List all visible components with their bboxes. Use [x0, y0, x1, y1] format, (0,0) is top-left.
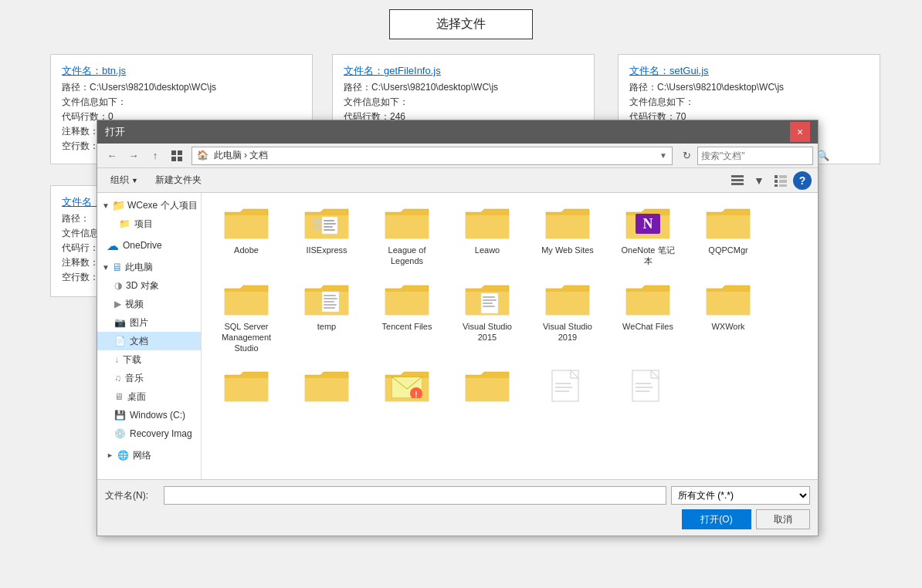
folder-iisexpress-label: IISExpress	[306, 245, 347, 255]
sidebar-item-wcexe[interactable]: ▼ 📁 WCexe 个人项目	[97, 196, 201, 215]
sidebar-item-music[interactable]: ♫ 音乐	[97, 369, 201, 387]
dialog-titlebar: 打开 ×	[97, 120, 818, 144]
view-list-button[interactable]	[728, 171, 747, 190]
files-area[interactable]: Adobe	[202, 193, 818, 479]
thispc-label: 此电脑	[125, 261, 153, 274]
folder-vs2015[interactable]: Visual Studio2015	[449, 275, 526, 360]
search-input[interactable]	[701, 150, 817, 161]
sidebar-item-recovery[interactable]: 💿 Recovery Imag	[97, 424, 201, 443]
sidebar-item-3d[interactable]: ◑ 3D 对象	[97, 276, 201, 295]
back-button[interactable]: ←	[102, 147, 122, 165]
folder-iisexpress[interactable]: IISExpress	[288, 199, 365, 272]
desktop-label: 桌面	[127, 390, 146, 404]
folder-temp-label: temp	[317, 321, 336, 332]
sidebar-item-docs[interactable]: 📄 文档	[97, 332, 201, 350]
organize-button[interactable]: 组织 ▼	[103, 171, 145, 190]
folder-wxwork[interactable]: WXWork	[690, 275, 767, 360]
folder-onenote[interactable]: N OneNote 笔记本	[609, 199, 686, 272]
view-toggle-button[interactable]	[167, 147, 187, 165]
sidebar-item-downloads[interactable]: ↓ 下载	[97, 350, 201, 369]
folder-partial-3[interactable]	[449, 362, 526, 413]
filetype-select[interactable]: 所有文件 (*.*)	[671, 486, 810, 505]
svg-rect-20	[324, 226, 333, 228]
view-detail-button[interactable]	[771, 171, 790, 190]
sidebar-item-network[interactable]: ► 🌐 网络	[97, 446, 201, 465]
address-bar: 🏠 此电脑 › 文档 ▼	[192, 147, 673, 165]
desktop-icon: 🖥	[114, 391, 124, 402]
forward-button[interactable]: →	[124, 147, 144, 165]
folder-partial-1[interactable]	[208, 362, 285, 413]
sidebar-item-images[interactable]: 📷 图片	[97, 313, 201, 332]
svg-rect-31	[483, 302, 493, 304]
sidebar-item-winc[interactable]: 💾 Windows (C:)	[97, 406, 201, 424]
folder-partial-2[interactable]	[288, 362, 365, 413]
recovery-icon: 💿	[114, 428, 126, 439]
network-icon: 🌐	[117, 450, 129, 461]
dialog-cancel-button[interactable]: 取消	[756, 509, 810, 529]
svg-rect-17	[322, 217, 337, 234]
folder-ssms[interactable]: SQL ServerManagementStudio	[208, 275, 285, 360]
search-box[interactable]: 🔍	[697, 147, 813, 165]
sidebar-item-video[interactable]: ▶ 视频	[97, 295, 201, 313]
file-dialog: 打开 × ← → ↑ 🏠 此电脑 › 文档 ▼ ↻ 🔍	[97, 120, 819, 536]
new-folder-button[interactable]: 新建文件夹	[148, 171, 208, 190]
folder-vs2015-label: Visual Studio2015	[463, 321, 512, 343]
view-dropdown-button[interactable]: ▼	[750, 171, 768, 190]
svg-rect-26	[324, 304, 337, 306]
search-icon: 🔍	[817, 150, 829, 161]
network-expand-icon: ►	[107, 451, 114, 459]
svg-rect-8	[775, 180, 778, 183]
sidebar: ▼ 📁 WCexe 个人项目 📁 项目 ☁ OneDrive ▼ 🖥	[97, 193, 202, 479]
svg-rect-4	[731, 175, 744, 177]
folder-temp[interactable]: temp	[288, 275, 365, 360]
file-partial-2[interactable]	[609, 362, 686, 413]
svg-rect-47	[636, 387, 653, 388]
music-icon: ♫	[114, 373, 121, 384]
wcexe-label: WCexe 个人项目	[127, 199, 198, 212]
svg-rect-48	[636, 390, 649, 392]
sidebar-item-onedrive[interactable]: ☁ OneDrive	[97, 236, 201, 255]
wcexe-folder-icon: 📁	[112, 199, 125, 211]
folder-lol[interactable]: League ofLegends	[368, 199, 446, 272]
music-label: 音乐	[125, 372, 144, 385]
svg-rect-41	[555, 387, 572, 388]
address-dropdown-icon: ▼	[659, 151, 667, 160]
svg-rect-27	[324, 307, 335, 309]
svg-rect-29	[483, 296, 495, 298]
folder-adobe[interactable]: Adobe	[208, 199, 285, 272]
downloads-icon: ↓	[114, 354, 119, 365]
folder-qqpcmgr-label: QQPCMgr	[708, 245, 747, 255]
file-partial-1[interactable]	[529, 362, 606, 413]
folder-mywebsites-label: My Web Sites	[541, 245, 594, 255]
onedrive-icon: ☁	[107, 238, 119, 253]
folder-vs2019[interactable]: Visual Studio2019	[529, 275, 606, 360]
help-button[interactable]: ?	[793, 171, 812, 190]
folder-qqpcmgr[interactable]: QQPCMgr	[690, 199, 767, 272]
sidebar-item-thispc[interactable]: ▼ 🖥 此电脑	[97, 258, 201, 276]
sidebar-item-project[interactable]: 📁 项目	[97, 215, 201, 233]
refresh-button[interactable]: ↻	[677, 147, 696, 165]
dialog-actionbar: 组织 ▼ 新建文件夹 ▼ ?	[97, 168, 818, 193]
folder-wechat[interactable]: WeChat Files	[609, 275, 686, 360]
svg-rect-0	[171, 150, 176, 155]
folder-leawo[interactable]: Leawo	[449, 199, 526, 272]
folder-mywebsites[interactable]: My Web Sites	[529, 199, 606, 272]
dialog-actions-row: 打开(O) 取消	[105, 509, 810, 529]
dialog-close-button[interactable]: ×	[790, 122, 810, 142]
3d-label: 3D 对象	[126, 279, 159, 292]
folder-tencent[interactable]: Tencent Files	[368, 275, 446, 360]
onedrive-label: OneDrive	[123, 240, 162, 251]
images-label: 图片	[130, 316, 148, 329]
dialog-toolbar: ← → ↑ 🏠 此电脑 › 文档 ▼ ↻ 🔍	[97, 144, 818, 168]
sidebar-item-desktop[interactable]: 🖥 桌面	[97, 387, 201, 406]
dialog-open-button[interactable]: 打开(O)	[682, 509, 751, 529]
video-label: 视频	[125, 298, 144, 311]
folder-tencent-label: Tencent Files	[382, 321, 432, 332]
filename-input[interactable]	[164, 486, 666, 505]
svg-rect-2	[171, 157, 176, 161]
folder-leawo-label: Leawo	[475, 245, 500, 255]
folder-email[interactable]: !	[368, 362, 446, 413]
up-button[interactable]: ↑	[145, 147, 165, 165]
dialog-content: ▼ 📁 WCexe 个人项目 📁 项目 ☁ OneDrive ▼ 🖥	[97, 193, 818, 479]
winc-icon: 💾	[114, 410, 126, 421]
